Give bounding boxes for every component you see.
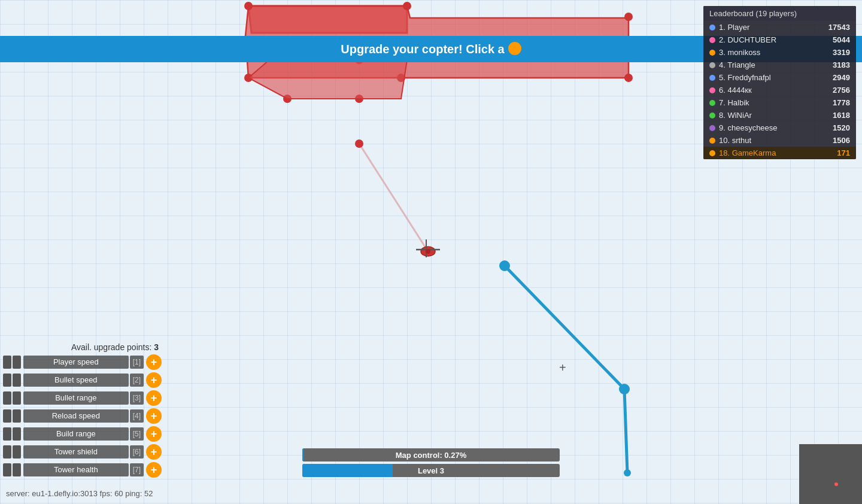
bar-segment	[13, 427, 21, 441]
bar-segment	[3, 427, 11, 441]
svg-point-2	[244, 2, 253, 10]
lb-name: 8. WiNiAr	[719, 111, 833, 120]
lb-name: 6. 4444кк	[719, 86, 833, 95]
leaderboard-self: 18. GameKarma 171	[703, 147, 856, 159]
upgrade-row: Tower health [7] +	[3, 462, 162, 478]
lb-dot	[709, 50, 715, 56]
bar-segment	[13, 445, 21, 459]
upgrade-label: Tower shield	[23, 445, 129, 459]
bar-segment	[13, 356, 21, 369]
lb-name: 7. Halbik	[719, 98, 833, 107]
upgrade-plus-button[interactable]: +	[146, 462, 162, 478]
leaderboard-item: 1. Player 17543	[703, 21, 856, 34]
upgrade-plus-button[interactable]: +	[146, 408, 162, 424]
leaderboard-item: 4. Triangle 3183	[703, 59, 856, 71]
lb-score: 3319	[833, 48, 850, 57]
lb-dot	[709, 87, 715, 93]
upgrade-label: Bullet speed	[23, 374, 129, 387]
upgrade-panel: Avail. upgrade points: 3 Player speed [1…	[3, 342, 162, 480]
svg-point-23	[624, 469, 631, 476]
server-info: server: eu1-1.defly.io:3013 fps: 60 ping…	[6, 489, 153, 498]
upgrade-plus-button[interactable]: +	[146, 390, 162, 406]
lb-score: 2949	[833, 73, 850, 82]
lb-self-name: 18. GameKarma	[719, 148, 837, 157]
lb-self-dot	[709, 150, 715, 156]
map-control-bar: Map control: 0.27%	[302, 448, 560, 462]
leaderboard-item: 2. DUCHTUBER 5044	[703, 34, 856, 46]
bar-segment	[3, 374, 11, 387]
upgrade-num: [2]	[130, 374, 144, 387]
upgrade-num: [3]	[130, 391, 144, 405]
svg-point-14	[355, 139, 363, 148]
lb-name: 4. Triangle	[719, 60, 833, 69]
upgrade-plus-button[interactable]: +	[146, 372, 162, 388]
lb-name: 3. monikoss	[719, 48, 833, 57]
upgrade-label: Bullet range	[23, 391, 129, 405]
leaderboard-title: Leaderboard (19 players)	[703, 6, 856, 21]
svg-marker-12	[248, 60, 407, 99]
bar-segment	[13, 463, 21, 476]
upgrade-row: Build range [5] +	[3, 426, 162, 442]
leaderboard: Leaderboard (19 players) 1. Player 17543…	[703, 6, 856, 159]
lb-name: 1. Player	[719, 23, 828, 32]
lb-dot	[709, 25, 715, 31]
upgrade-rows: Player speed [1] + Bullet speed [2] + Bu…	[3, 354, 162, 478]
level-text: Level 3	[418, 466, 444, 475]
bar-segment	[3, 391, 11, 405]
upgrade-banner-text: Upgrade your copter! Click a	[341, 42, 504, 56]
lb-name: 10. srthut	[719, 136, 833, 145]
minimap-player-dot	[834, 482, 838, 486]
svg-point-4	[624, 13, 633, 21]
svg-point-5	[624, 74, 633, 82]
upgrade-label: Tower health	[23, 463, 129, 476]
bar-segment	[13, 391, 21, 405]
lb-dot	[709, 138, 715, 144]
upgrade-points: Avail. upgrade points: 3	[3, 342, 162, 352]
upgrade-row: Bullet range [3] +	[3, 390, 162, 406]
svg-line-13	[359, 144, 428, 251]
level-fill	[302, 464, 393, 477]
upgrade-num: [7]	[130, 463, 144, 476]
upgrade-label: Build range	[23, 427, 129, 441]
leaderboard-item: 10. srthut 1506	[703, 134, 856, 147]
minimap	[799, 444, 862, 504]
lb-score: 2756	[833, 86, 850, 95]
upgrade-bars	[3, 374, 21, 387]
bar-segment	[3, 356, 11, 369]
lb-name: 5. Freddyfnafpl	[719, 73, 833, 82]
lb-dot	[709, 37, 715, 43]
bar-segment	[3, 463, 11, 476]
upgrade-num: [1]	[130, 356, 144, 369]
upgrade-plus-button[interactable]: +	[146, 444, 162, 460]
upgrade-row: Player speed [1] +	[3, 354, 162, 370]
upgrade-row: Reload speed [4] +	[3, 408, 162, 424]
bar-segment	[3, 409, 11, 423]
upgrade-bars	[3, 463, 21, 476]
upgrade-plus-button[interactable]: +	[146, 354, 162, 370]
upgrade-num: [5]	[130, 427, 144, 441]
lb-score: 1778	[833, 98, 850, 107]
upgrade-icon	[508, 42, 521, 55]
upgrade-bars	[3, 409, 21, 423]
lb-score: 3183	[833, 60, 850, 69]
lb-dot	[709, 75, 715, 81]
map-control-text: Map control: 0.27%	[396, 451, 466, 460]
upgrade-plus-button[interactable]: +	[146, 426, 162, 442]
lb-dot	[709, 100, 715, 106]
bar-segment	[3, 445, 11, 459]
upgrade-bars	[3, 391, 21, 405]
bar-segment	[13, 409, 21, 423]
map-control-container: Map control: 0.27% Level 3	[302, 448, 560, 477]
leaderboard-item: 6. 4444кк 2756	[703, 84, 856, 96]
leaderboard-item: 8. WiNiAr 1618	[703, 109, 856, 122]
upgrade-row: Tower shield [6] +	[3, 444, 162, 460]
svg-point-3	[403, 2, 411, 10]
upgrade-bars	[3, 427, 21, 441]
leaderboard-item: 9. cheesycheese 1520	[703, 122, 856, 134]
upgrade-row: Bullet speed [2] +	[3, 372, 162, 388]
lb-dot	[709, 62, 715, 68]
lb-dot	[709, 125, 715, 131]
leaderboard-players: 1. Player 17543 2. DUCHTUBER 5044 3. mon…	[703, 21, 856, 147]
leaderboard-item: 5. Freddyfnafpl 2949	[703, 71, 856, 84]
upgrade-bars	[3, 356, 21, 369]
